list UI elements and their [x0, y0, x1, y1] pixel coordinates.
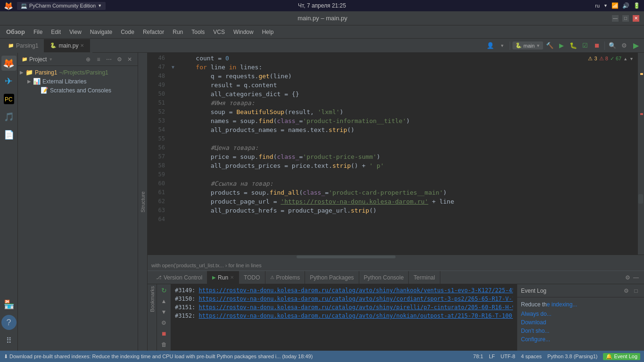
sidebar-pycharm-icon[interactable]: PC	[1, 91, 17, 107]
indent[interactable]: 4 spaces	[521, 354, 542, 359]
sidebar-soundcloud-icon[interactable]: 🎵	[1, 109, 17, 124]
scroll-down-btn[interactable]: ▼	[159, 308, 169, 317]
reduce-link[interactable]: e indexing...	[547, 301, 578, 308]
scroll-up-btn[interactable]: ▲	[159, 297, 169, 306]
event-log-settings[interactable]: ⚙	[622, 287, 630, 295]
run-stop-btn[interactable]: ⏹	[159, 329, 169, 338]
run-line-3151: #3151: https://rostov-na-donu.kolesa-dar…	[175, 303, 513, 312]
sidebar-files-icon[interactable]: 📄	[1, 127, 17, 142]
firefox-icon[interactable]: 🦊	[4, 1, 13, 10]
event-log-status[interactable]: 🔔 Event Log	[603, 353, 640, 360]
tab-run[interactable]: ▶ Run ✕	[207, 271, 239, 284]
menu-view[interactable]: View	[66, 27, 85, 37]
tree-item-parsing1[interactable]: ▶ 📁 Parsing1 ~/Projects/Parsing1	[18, 68, 138, 77]
close-panel-btn[interactable]: ✕	[125, 55, 134, 64]
more-btn[interactable]: ⋯	[105, 55, 113, 64]
tab-problems[interactable]: ⚠ Problems	[265, 271, 305, 284]
run-config-btn[interactable]: 🐍 main ▼	[512, 41, 543, 49]
menu-window[interactable]: Window	[230, 27, 257, 37]
h-scrollbar-thumb[interactable]	[297, 255, 396, 258]
run-icon[interactable]: ▶	[556, 41, 567, 51]
lang-indicator[interactable]: ru	[595, 3, 600, 8]
tab-python-packages[interactable]: Python Packages	[305, 271, 359, 284]
run-panel-minimize[interactable]: —	[632, 273, 640, 282]
sidebar-firefox-icon[interactable]: 🦊	[1, 56, 17, 71]
run-btn[interactable]: ▶	[631, 41, 641, 51]
python-version[interactable]: Python 3.8 (Parsing1)	[547, 354, 597, 359]
menu-vcs[interactable]: VCS	[209, 27, 229, 37]
pycharm-tab[interactable]: 💻 PyCharm Community Edition ▼	[17, 2, 106, 10]
event-log-item-download[interactable]: Download	[517, 318, 644, 327]
collapse-btn[interactable]: ≡	[94, 55, 103, 64]
editor-area: ⚠ 3 ⚠ 8 ✓ 67 ▲ ▼ 46 47 48 49 50	[148, 53, 644, 351]
stop-icon[interactable]: ⏹	[592, 41, 602, 51]
settings-panel-btn[interactable]: ⚙	[115, 55, 124, 64]
status-message[interactable]: ⬇ Download pre-built shared indexes: Red…	[4, 354, 313, 360]
menu-refactor[interactable]: Refactor	[139, 27, 168, 37]
sidebar-telegram-icon[interactable]: ✈	[1, 74, 17, 89]
run-coverage-icon[interactable]: ☑	[580, 41, 590, 51]
scroll-thumb[interactable]	[638, 194, 643, 204]
user-icon-btn[interactable]: 👤	[485, 41, 495, 51]
maximize-button[interactable]: □	[622, 15, 629, 22]
sidebar-apps-icon[interactable]: ⠿	[1, 333, 17, 348]
code-line-50: all_categories_dict = {}	[181, 90, 634, 99]
scroll-map[interactable]	[637, 53, 644, 255]
menu-navigate[interactable]: Navigate	[86, 27, 116, 37]
search-icon[interactable]: 🔍	[607, 41, 618, 51]
menu-help[interactable]: Help	[258, 27, 278, 37]
settings-icon[interactable]: ⚙	[619, 41, 629, 51]
event-log-expand[interactable]: □	[632, 287, 640, 295]
code-line-49: result = q.content	[181, 81, 634, 90]
fold-arrow-47[interactable]: ▼	[171, 65, 175, 70]
menu-run[interactable]: Run	[169, 27, 187, 37]
main-py-tab[interactable]: 🐍 main.py ✕	[44, 39, 90, 52]
menu-code[interactable]: Code	[117, 27, 138, 37]
scope-btn[interactable]: ⊕	[84, 55, 92, 64]
close-button[interactable]: ✕	[633, 15, 639, 22]
run-url-3149[interactable]: https://rostov-na-donu.kolesa-darom.ru/c…	[199, 287, 513, 294]
tab-close-icon[interactable]: ✕	[80, 43, 84, 48]
run-url-3152[interactable]: https://rostov-na-donu.kolesa-darom.ru/c…	[199, 313, 513, 319]
menu-tools[interactable]: Tools	[188, 27, 208, 37]
sidebar-appstore-icon[interactable]: 🏪	[1, 297, 17, 312]
debug-icon[interactable]: 🐛	[568, 41, 578, 51]
run-url-3150[interactable]: https://rostov-na-donu.kolesa-darom.ru/c…	[199, 296, 513, 302]
event-log-item-always[interactable]: Always do...	[517, 310, 644, 318]
minimize-button[interactable]: —	[612, 15, 619, 22]
cursor-position[interactable]: 78:1	[473, 354, 483, 359]
run-panel-settings[interactable]: ⚙	[623, 273, 632, 282]
code-line-61: products = soup.find_all(class_='product…	[181, 188, 634, 197]
run-clear-btn[interactable]: 🗑	[159, 340, 169, 349]
code-content[interactable]: count = 0 for line in lines: q = request…	[177, 53, 637, 255]
toolbar-arrow-down[interactable]: ▼	[497, 41, 507, 51]
warning-marker-1	[640, 73, 643, 75]
line-sep[interactable]: LF	[489, 354, 495, 359]
horizontal-scrollbar[interactable]	[148, 255, 644, 259]
encoding[interactable]: UTF-8	[501, 354, 515, 359]
tab-version-control[interactable]: ⎇ Version Control	[151, 271, 207, 284]
run-settings-btn[interactable]: ⚙	[159, 318, 169, 327]
code-line-51: #Имя товара:	[181, 99, 634, 107]
menu-file[interactable]: File	[30, 27, 46, 37]
parsing1-tab[interactable]: 📁 Parsing1	[2, 39, 44, 52]
build-icon[interactable]: 🔨	[545, 41, 555, 51]
editor-main: 46 47 48 49 50 51 52 53 54 55 56 57	[148, 53, 644, 255]
tab-python-console[interactable]: Python Console	[359, 271, 409, 284]
editor-container: ⚠ 3 ⚠ 8 ✓ 67 ▲ ▼ 46 47 48 49 50	[148, 53, 644, 271]
run-tab-close[interactable]: ✕	[230, 275, 234, 280]
run-url-3151[interactable]: https://rostov-na-donu.kolesa-darom.ru/c…	[199, 304, 513, 311]
event-log-item-configure[interactable]: Configure...	[517, 335, 644, 344]
tree-item-scratches[interactable]: ▶ 📝 Scratches and Consoles	[18, 86, 138, 95]
bookmarks-label[interactable]: Bookmarks	[148, 284, 157, 314]
menu-obzor[interactable]: Обзор	[2, 27, 29, 37]
menu-edit[interactable]: Edit	[47, 27, 65, 37]
event-log-item-dontshow[interactable]: Don't sho...	[517, 327, 644, 335]
tree-item-ext-libs[interactable]: ▶ 📊 External Libraries	[18, 77, 138, 86]
sidebar-help-icon[interactable]: ?	[1, 315, 17, 330]
structure-sidebar[interactable]: Structure	[138, 53, 148, 351]
tab-terminal[interactable]: Terminal	[409, 271, 440, 284]
event-log-item-reduce: Reduce the indexing...	[517, 299, 644, 310]
rerun-btn[interactable]: ↻	[159, 286, 169, 295]
tab-todo[interactable]: TODO	[239, 271, 265, 284]
